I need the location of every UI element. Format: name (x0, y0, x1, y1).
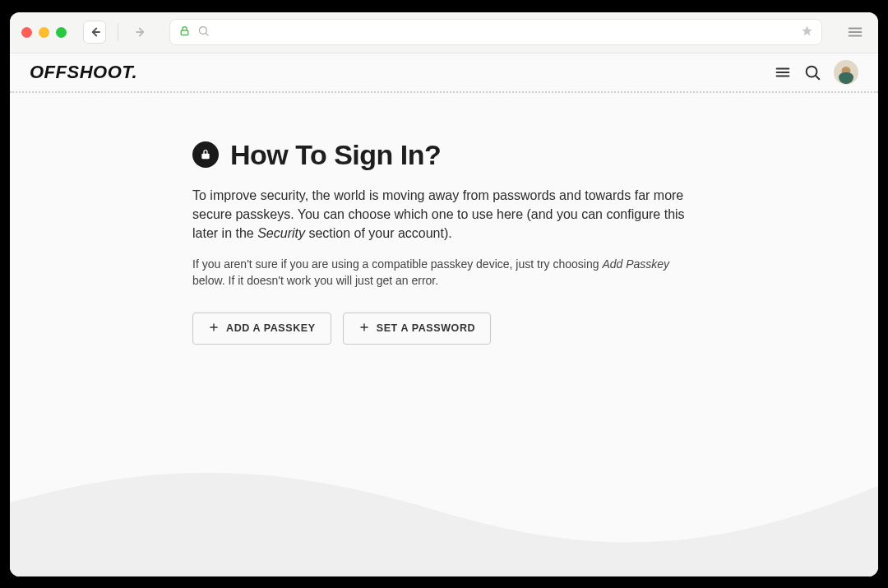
decorative-wave (10, 445, 878, 576)
browser-menu-button[interactable] (844, 21, 867, 44)
hint-em: Add Passkey (602, 257, 669, 271)
intro-text-after: section of your account). (305, 226, 452, 240)
address-bar[interactable] (169, 19, 822, 45)
maximize-window-button[interactable] (56, 27, 67, 38)
forward-button[interactable] (130, 21, 153, 44)
back-button[interactable] (83, 21, 106, 44)
lock-icon (178, 25, 191, 40)
avatar[interactable] (834, 60, 858, 85)
toolbar-divider (118, 23, 118, 41)
set-password-label: SET A PASSWORD (377, 322, 475, 334)
page-body: OFFSHOOT. How To Sign In? (10, 53, 878, 576)
action-row: ADD A PASSKEY SET A PASSWORD (192, 313, 702, 345)
plus-icon (208, 322, 220, 336)
intro-em: Security (257, 226, 305, 240)
plus-icon (358, 322, 370, 336)
minimize-window-button[interactable] (39, 27, 49, 38)
browser-window: OFFSHOOT. How To Sign In? (10, 12, 878, 576)
search-icon (197, 25, 210, 40)
lock-badge-icon (192, 141, 219, 168)
svg-rect-2 (181, 30, 188, 35)
hint-text-after: below. If it doesn't work you will just … (192, 274, 438, 287)
close-window-button[interactable] (21, 27, 32, 38)
window-controls (21, 27, 67, 38)
svg-line-13 (816, 76, 819, 79)
hint-text-before: If you aren't sure if you are using a co… (192, 257, 602, 271)
add-passkey-button[interactable]: ADD A PASSKEY (192, 313, 331, 345)
screenshot-frame: OFFSHOOT. How To Sign In? (0, 0, 888, 588)
app-header: OFFSHOOT. (10, 53, 878, 93)
set-password-button[interactable]: SET A PASSWORD (343, 313, 491, 345)
page-title-row: How To Sign In? (192, 139, 702, 171)
page-title: How To Sign In? (230, 139, 441, 171)
bookmark-star-icon[interactable] (801, 25, 813, 40)
svg-marker-5 (802, 25, 812, 35)
app-menu-button[interactable] (768, 58, 798, 87)
svg-line-4 (206, 33, 208, 35)
browser-toolbar (10, 12, 878, 53)
add-passkey-label: ADD A PASSKEY (226, 322, 316, 334)
brand-logo[interactable]: OFFSHOOT. (30, 62, 137, 83)
intro-paragraph: To improve security, the world is moving… (192, 186, 694, 243)
app-search-button[interactable] (798, 58, 827, 87)
hint-paragraph: If you aren't sure if you are using a co… (192, 256, 686, 289)
main-content: How To Sign In? To improve security, the… (192, 139, 702, 345)
svg-point-3 (200, 26, 207, 34)
